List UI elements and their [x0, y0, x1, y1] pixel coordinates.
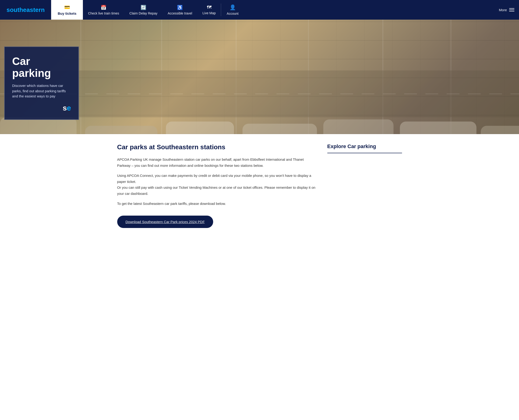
buy-tickets-label: Buy tickets — [58, 11, 76, 15]
nav-item-accessible-label: Accessible travel — [168, 11, 192, 15]
nav-item-live-map[interactable]: 🗺 Live Map — [197, 0, 221, 20]
delay-repay-icon: 🔄 — [141, 5, 146, 10]
svg-rect-8 — [85, 126, 157, 134]
brand-name-part2: eastern — [23, 6, 45, 13]
svg-rect-10 — [243, 124, 317, 134]
accessible-icon: ♿ — [177, 5, 183, 10]
download-pdf-button[interactable]: Download Southeastern Car Park prices 20… — [117, 216, 213, 228]
svg-rect-9 — [166, 121, 234, 134]
nav-item-check-live[interactable]: 📅 Check live train times — [83, 0, 124, 20]
hero-section: Car parking Discover which stations have… — [0, 20, 519, 134]
more-label: More — [499, 8, 507, 12]
nav-item-check-live-label: Check live train times — [88, 11, 119, 15]
buy-tickets-icon: 💳 — [64, 4, 70, 10]
account-icon: 👤 — [230, 4, 236, 10]
hero-se-logo: se — [12, 104, 71, 112]
sidebar-title: Explore Car parking — [327, 143, 402, 150]
content-right: Explore Car parking — [327, 143, 402, 228]
download-btn-label: Download Southeastern Car Park prices 20… — [126, 220, 205, 224]
more-menu-button[interactable]: More — [494, 0, 519, 20]
nav-item-live-map-label: Live Map — [202, 11, 216, 15]
main-content: Car parks at Southeastern stations APCOA… — [108, 134, 411, 242]
hamburger-icon — [509, 8, 514, 11]
body-para-3: To get the latest Southeastern car park … — [117, 201, 318, 207]
svg-rect-13 — [481, 126, 519, 134]
map-icon: 🗺 — [207, 5, 212, 10]
body-para-2: Using APCOA Connect, you can make paymen… — [117, 173, 318, 196]
sidebar-divider — [327, 153, 402, 153]
body-para-1: APCOA Parking UK manage Southeastern sta… — [117, 157, 318, 168]
nav-item-delay-repay-label: Claim Delay Repay — [129, 11, 157, 15]
account-label: Account — [227, 12, 239, 15]
account-button[interactable]: 👤 Account — [221, 0, 244, 20]
hero-card: Car parking Discover which stations have… — [4, 46, 79, 120]
nav-items: 📅 Check live train times 🔄 Claim Delay R… — [83, 0, 519, 20]
buy-tickets-button[interactable]: 💳 Buy tickets — [51, 0, 83, 20]
main-nav: southeastern 💳 Buy tickets 📅 Check live … — [0, 0, 519, 20]
nav-item-delay-repay[interactable]: 🔄 Claim Delay Repay — [124, 0, 163, 20]
brand-name-part1: south — [7, 6, 23, 13]
brand-name: southeastern — [7, 6, 44, 14]
calendar-icon: 📅 — [101, 5, 106, 10]
hero-title: Car parking — [12, 55, 71, 79]
content-left: Car parks at Southeastern stations APCOA… — [117, 143, 318, 228]
hero-description: Discover which stations have car parks, … — [12, 83, 71, 99]
logo[interactable]: southeastern — [0, 0, 51, 20]
nav-item-accessible[interactable]: ♿ Accessible travel — [163, 0, 197, 20]
svg-rect-12 — [400, 121, 476, 134]
svg-rect-7 — [0, 117, 77, 134]
section-title: Car parks at Southeastern stations — [117, 143, 318, 151]
